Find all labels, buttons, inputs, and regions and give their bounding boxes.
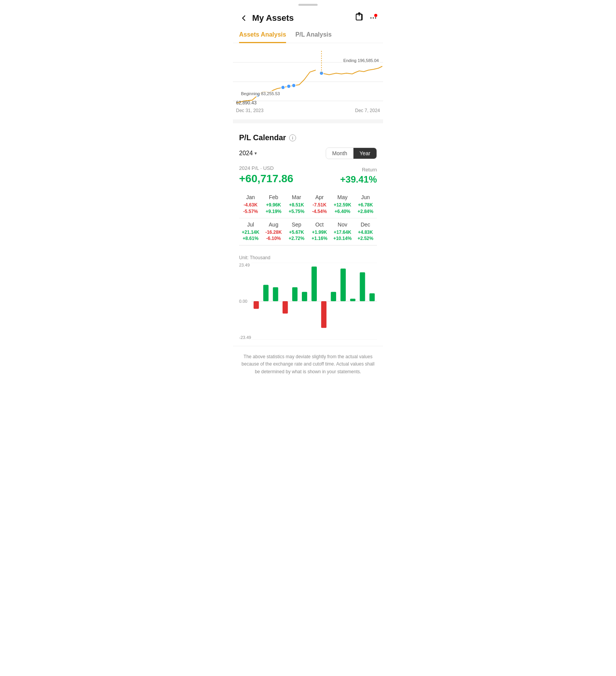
return-label: Return bbox=[340, 167, 377, 173]
bar-Feb bbox=[263, 285, 269, 301]
disclaimer: The above statistics may deviate slightl… bbox=[233, 346, 383, 385]
month-grid-row2: Jul+21.14K+8.61%Aug-16.28K-6.10%Sep+5.67… bbox=[239, 218, 377, 246]
tab-pl-analysis[interactable]: P/L Analysis bbox=[295, 28, 331, 43]
month-pl-value: +12.59K bbox=[334, 202, 352, 208]
month-return-value: +2.84% bbox=[358, 208, 373, 215]
month-pl-value: -7.51K bbox=[313, 202, 326, 208]
month-name: Nov bbox=[338, 221, 347, 228]
tabs-container: Assets Analysis P/L Analysis bbox=[233, 28, 383, 43]
month-return-value: +1.16% bbox=[311, 235, 327, 242]
month-pl-value: +5.67K bbox=[289, 229, 304, 236]
pl-summary: 2024 P/L · USD +60,717.86 Return +39.41% bbox=[239, 165, 377, 185]
month-cell-jan: Jan-4.63K-5.57% bbox=[239, 191, 262, 218]
y-axis-max: 23.49 bbox=[239, 263, 250, 267]
month-cell-sep: Sep+5.67K+2.72% bbox=[285, 218, 308, 246]
bar-Nov bbox=[350, 299, 355, 301]
month-cell-feb: Feb+9.96K+9.19% bbox=[262, 191, 285, 218]
month-return-value: +2.52% bbox=[358, 235, 373, 242]
month-return-value: -4.54% bbox=[312, 208, 327, 215]
pl-calendar-section: P/L Calendar i 2024 ▾ Month Year 2024 P/… bbox=[233, 126, 383, 246]
share-button[interactable] bbox=[355, 12, 364, 24]
month-cell-dec: Dec+4.83K+2.52% bbox=[354, 218, 377, 246]
month-return-value: -5.57% bbox=[243, 208, 258, 215]
bar-Jul bbox=[311, 267, 317, 301]
year-value: 2024 bbox=[239, 150, 253, 157]
header-actions: ··· bbox=[355, 12, 377, 24]
bar-Sep bbox=[331, 292, 336, 301]
drag-handle bbox=[233, 0, 383, 8]
month-name: Mar bbox=[292, 194, 301, 200]
header: My Assets ··· bbox=[233, 8, 383, 28]
year-dropdown-arrow: ▾ bbox=[254, 151, 257, 156]
pl-calendar-title: P/L Calendar i bbox=[239, 133, 377, 142]
month-pl-value: +6.78K bbox=[358, 202, 373, 208]
month-return-value: +10.14% bbox=[333, 235, 352, 242]
month-pl-value: +17.64K bbox=[334, 229, 352, 236]
month-pl-value: +1.99K bbox=[312, 229, 327, 236]
return-section: Return +39.41% bbox=[340, 167, 377, 185]
year-toggle-button[interactable]: Year bbox=[353, 148, 377, 159]
bar-Mar bbox=[273, 287, 278, 301]
pl-calendar-title-text: P/L Calendar bbox=[239, 133, 286, 142]
pl-total-value: +60,717.86 bbox=[239, 173, 293, 185]
svg-point-8 bbox=[292, 84, 296, 87]
month-pl-value: -4.63K bbox=[244, 202, 258, 208]
month-name: Sep bbox=[292, 221, 301, 228]
month-return-value: -6.10% bbox=[266, 235, 281, 242]
month-pl-value: +9.96K bbox=[266, 202, 281, 208]
chart-min-value: 62,890.43 bbox=[236, 100, 256, 106]
month-pl-value: +8.51K bbox=[289, 202, 304, 208]
disclaimer-text: The above statistics may deviate slightl… bbox=[241, 354, 374, 374]
month-name: Jan bbox=[246, 194, 255, 200]
month-pl-value: -16.28K bbox=[265, 229, 282, 236]
more-button[interactable]: ··· bbox=[370, 14, 377, 22]
month-cell-aug: Aug-16.28K-6.10% bbox=[262, 218, 285, 246]
assets-chart: Beginning 83,255.53 Ending 196,585.04 62… bbox=[233, 43, 383, 116]
chart-ending-label: Ending 196,585.04 bbox=[342, 58, 380, 63]
return-value: +39.41% bbox=[340, 174, 377, 185]
bar-chart-wrapper: 23.49 0.00 -23.49 bbox=[239, 263, 377, 340]
y-axis-zero: 0.00 bbox=[239, 299, 247, 304]
month-cell-nov: Nov+17.64K+10.14% bbox=[331, 218, 354, 246]
month-cell-jun: Jun+6.78K+2.84% bbox=[354, 191, 377, 218]
section-divider bbox=[233, 119, 383, 123]
svg-point-7 bbox=[287, 84, 291, 88]
month-year-toggle: Month Year bbox=[326, 148, 377, 159]
bar-12 bbox=[370, 294, 375, 302]
month-cell-jul: Jul+21.14K+8.61% bbox=[239, 218, 262, 246]
bar-Oct bbox=[340, 268, 346, 301]
page-title: My Assets bbox=[251, 13, 355, 23]
month-grid-row1: Jan-4.63K-5.57%Feb+9.96K+9.19%Mar+8.51K+… bbox=[239, 191, 377, 218]
month-return-value: +2.72% bbox=[289, 235, 305, 242]
bar-Jan bbox=[254, 301, 259, 309]
month-return-value: +6.40% bbox=[335, 208, 350, 215]
bar-Jun bbox=[302, 292, 307, 301]
tab-assets-analysis[interactable]: Assets Analysis bbox=[239, 28, 286, 43]
chart-beginning-label: Beginning 83,255.53 bbox=[240, 91, 281, 96]
bar-May bbox=[292, 287, 298, 301]
month-cell-mar: Mar+8.51K+5.75% bbox=[285, 191, 308, 218]
month-toggle-button[interactable]: Month bbox=[326, 148, 353, 159]
svg-rect-0 bbox=[356, 14, 362, 20]
pl-left: 2024 P/L · USD +60,717.86 bbox=[239, 165, 293, 185]
month-return-value: +8.61% bbox=[243, 235, 258, 242]
year-toggle-row: 2024 ▾ Month Year bbox=[239, 148, 377, 159]
unit-label: Unit: Thousand bbox=[239, 255, 377, 260]
bar-chart-container: Unit: Thousand 23.49 0.00 -23.49 bbox=[233, 250, 383, 342]
month-return-value: +5.75% bbox=[289, 208, 305, 215]
bar-chart-svg bbox=[251, 263, 377, 340]
year-selector[interactable]: 2024 ▾ bbox=[239, 150, 257, 157]
info-icon[interactable]: i bbox=[289, 134, 296, 141]
pl-period-label: 2024 P/L · USD bbox=[239, 165, 293, 171]
month-name: Feb bbox=[269, 194, 278, 200]
month-pl-value: +4.83K bbox=[358, 229, 373, 236]
month-return-value: +9.19% bbox=[266, 208, 281, 215]
month-cell-apr: Apr-7.51K-4.54% bbox=[308, 191, 331, 218]
notification-dot bbox=[374, 14, 377, 17]
svg-point-6 bbox=[281, 86, 285, 89]
month-name: May bbox=[337, 194, 347, 200]
bar-Aug bbox=[321, 301, 326, 328]
month-cell-oct: Oct+1.99K+1.16% bbox=[308, 218, 331, 246]
month-name: Dec bbox=[361, 221, 370, 228]
back-button[interactable] bbox=[237, 11, 251, 25]
